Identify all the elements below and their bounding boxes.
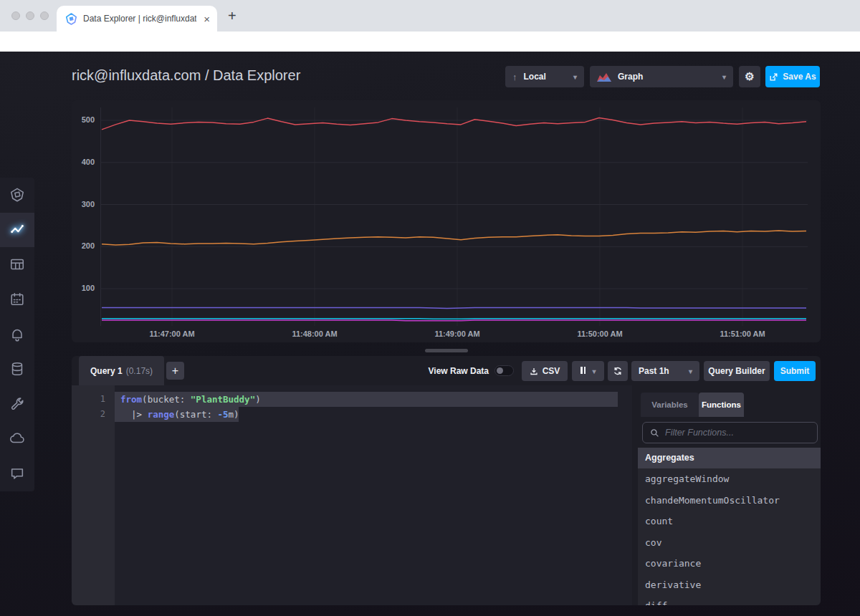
code-token: ): [234, 409, 239, 420]
gear-icon: ⚙: [745, 70, 754, 83]
timezone-icon: ↑: [512, 72, 517, 82]
cloud-icon: [9, 430, 25, 446]
view-raw-data-toggle[interactable]: [494, 365, 514, 376]
time-range-label: Past 1h: [639, 366, 669, 376]
bell-icon: [9, 327, 25, 342]
filter-functions-input[interactable]: [665, 428, 801, 438]
function-list-item[interactable]: chandeMomentumOscillator: [638, 490, 821, 511]
function-list-item[interactable]: cov: [638, 532, 821, 554]
browser-tab[interactable]: Data Explorer | rick@influxdata ×: [57, 6, 217, 32]
query-panel: Query 1 (0.17s) + View Raw Data CSV ▾: [72, 356, 821, 605]
function-list-item[interactable]: derivative: [638, 574, 821, 596]
series-cyan: [102, 319, 806, 319]
functions-category-header: Aggregates: [638, 448, 821, 468]
code-line[interactable]: from(bucket: "PlantBuddy"): [115, 392, 632, 407]
new-tab-button[interactable]: +: [228, 8, 236, 24]
chevron-down-icon: ▾: [722, 73, 726, 81]
editor-gutter: 12: [72, 385, 115, 605]
time-range-dropdown[interactable]: Past 1h ▾: [631, 361, 699, 381]
window-minimize-button[interactable]: [26, 11, 34, 20]
export-icon: [769, 72, 778, 82]
sidebar-item-tasks[interactable]: [0, 282, 34, 317]
database-icon: [9, 361, 25, 377]
code-token: (bucket:: [142, 394, 191, 405]
function-list-item[interactable]: count: [638, 511, 821, 532]
x-axis-tick-label: 11:47:00 AM: [140, 329, 204, 338]
filter-functions-field[interactable]: [642, 422, 818, 443]
code-token: from: [120, 394, 142, 405]
sidebar-item-feedback[interactable]: [0, 456, 34, 491]
timezone-dropdown[interactable]: ↑ Local ▾: [505, 66, 584, 87]
wrench-icon: [9, 396, 25, 412]
timezone-label: Local: [524, 72, 546, 82]
screen: Data Explorer | rick@influxdata × + ← → …: [0, 0, 860, 616]
code-token: ): [255, 394, 261, 405]
submit-button[interactable]: Submit: [774, 361, 816, 381]
series-orange: [102, 231, 806, 245]
chevron-down-icon: ▾: [573, 73, 577, 81]
page-title: rick@influxdata.com / Data Explorer: [72, 67, 300, 84]
series-magenta: [102, 320, 806, 321]
chevron-down-icon: ▾: [592, 367, 596, 375]
chevron-down-icon: ▾: [689, 367, 692, 375]
submit-label: Submit: [780, 366, 810, 376]
line-number: 1: [72, 392, 115, 407]
refresh-button[interactable]: [608, 361, 628, 381]
y-axis-tick-label: 200: [73, 241, 95, 250]
sidebar-item-alerts[interactable]: [0, 317, 34, 352]
code-line[interactable]: |> range(start: -5m): [115, 407, 632, 422]
add-query-button[interactable]: +: [166, 362, 184, 380]
pause-dropdown-button[interactable]: ▾: [572, 361, 604, 381]
toggle-knob: [497, 367, 503, 374]
save-as-button[interactable]: Save As: [765, 66, 820, 87]
dashboard-grid-icon: [9, 256, 25, 272]
area-chart-icon: [597, 72, 611, 82]
query-tab[interactable]: Query 1 (0.17s): [79, 356, 164, 385]
sidebar-item-data-explorer[interactable]: [0, 213, 34, 248]
series-crimson: [102, 118, 806, 130]
code-token: |>: [120, 409, 148, 420]
function-list-item[interactable]: diff: [638, 595, 821, 605]
x-axis-tick-label: 11:48:00 AM: [282, 329, 347, 338]
x-axis-tick-label: 11:51:00 AM: [710, 329, 775, 338]
code-token: "PlantBuddy": [191, 394, 255, 405]
window-zoom-button[interactable]: [40, 11, 49, 20]
nav-sidebar: [0, 178, 34, 491]
function-list-item[interactable]: aggregateWindow: [638, 468, 821, 490]
flux-script-editor[interactable]: from(bucket: "PlantBuddy") |> range(star…: [115, 385, 632, 605]
tab-functions[interactable]: Functions: [699, 393, 744, 417]
query-builder-button[interactable]: Query Builder: [704, 361, 770, 381]
window-close-button[interactable]: [11, 11, 20, 20]
save-as-label: Save As: [783, 72, 816, 82]
code-token: range: [148, 409, 175, 420]
y-axis-tick-label: 300: [73, 200, 95, 208]
browser-tabstrip: Data Explorer | rick@influxdata × +: [0, 0, 860, 32]
tab-variables[interactable]: Variables: [641, 393, 699, 417]
sidebar-item-settings[interactable]: [0, 387, 34, 422]
y-axis-tick-label: 100: [73, 284, 95, 292]
sidebar-item-load-data[interactable]: [0, 352, 34, 387]
visualization-type-label: Graph: [618, 72, 643, 82]
query-duration: (0.17s): [126, 366, 153, 376]
sidebar-item-dashboards[interactable]: [0, 247, 34, 282]
code-token: (start:: [174, 409, 217, 420]
time-series-plot[interactable]: [100, 100, 808, 326]
line-number: 2: [72, 407, 115, 422]
graph-settings-button[interactable]: ⚙: [739, 66, 760, 87]
x-axis-tick-label: 11:50:00 AM: [568, 329, 632, 338]
visualization-type-dropdown[interactable]: Graph ▾: [590, 66, 733, 87]
graph-line-icon: [9, 222, 25, 238]
function-list-item[interactable]: covariance: [638, 553, 821, 574]
x-axis-tick-label: 11:49:00 AM: [425, 329, 489, 338]
graph-panel: 100200300400500 11:47:00 AM11:48:00 AM11…: [72, 100, 821, 342]
download-csv-button[interactable]: CSV: [522, 361, 568, 381]
sidebar-item-usage[interactable]: [0, 421, 34, 456]
calendar-icon: [9, 292, 25, 307]
panel-resize-handle[interactable]: [425, 349, 468, 352]
csv-label: CSV: [543, 366, 560, 376]
sidebar-item-influxdb-logo[interactable]: [0, 178, 34, 213]
download-icon: [530, 367, 538, 376]
pause-icon: [580, 366, 586, 376]
tab-close-icon[interactable]: ×: [204, 14, 210, 24]
view-raw-data-label: View Raw Data: [423, 366, 489, 376]
